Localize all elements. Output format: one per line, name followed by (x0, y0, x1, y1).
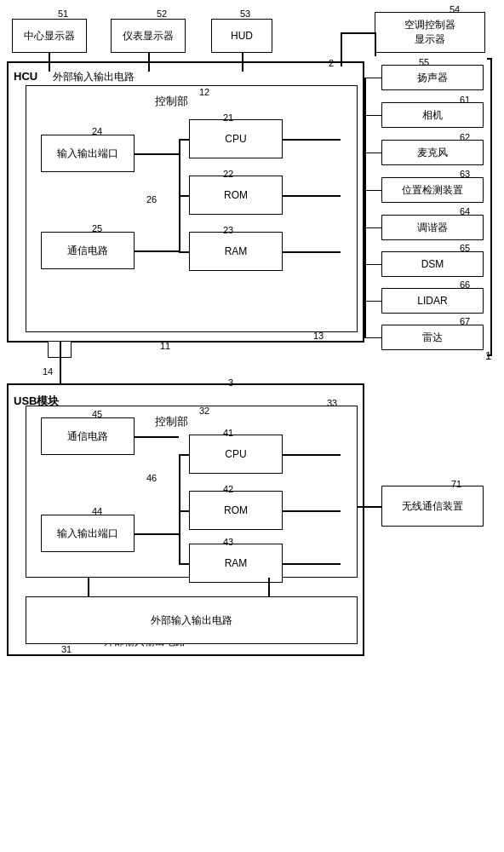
label-65: 65 (460, 243, 470, 253)
label-24: 24 (92, 126, 102, 136)
label-63: 63 (460, 169, 470, 179)
label-3: 3 (228, 377, 233, 388)
hcu-comm: 通信电路 (41, 232, 135, 269)
label-22: 22 (223, 169, 233, 179)
speaker: 扬声器 (381, 65, 484, 90)
label-12: 12 (199, 87, 209, 97)
label-71: 71 (451, 479, 461, 489)
lidar: LIDAR (381, 288, 484, 314)
label-44: 44 (92, 506, 102, 516)
label-31: 31 (61, 644, 72, 654)
usb-cpu: CPU (189, 435, 283, 474)
label-61: 61 (460, 95, 470, 105)
microphone: 麦克风 (381, 140, 484, 165)
tuner: 调谐器 (381, 215, 484, 240)
label-64: 64 (460, 206, 470, 216)
label-43: 43 (223, 537, 233, 547)
wireless-device: 无线通信装置 (381, 486, 484, 527)
label-25: 25 (92, 223, 102, 233)
label-54: 54 (450, 4, 460, 14)
hcu-ram: RAM (189, 232, 283, 271)
label-2: 2 (329, 58, 334, 68)
label-41: 41 (223, 428, 233, 438)
usb-rom: ROM (189, 491, 283, 530)
hcu-rom: ROM (189, 176, 283, 215)
dsm: DSM (381, 251, 484, 277)
hcu-control-label: 控制部 (153, 94, 190, 109)
label-14: 14 (43, 366, 53, 377)
label-21: 21 (223, 112, 233, 123)
ac-display: 空调控制器 显示器 (375, 12, 485, 53)
hcu-ext-io-label: 外部输入输出电路 (51, 70, 136, 84)
hcu-cpu: CPU (189, 119, 283, 158)
label-13: 13 (313, 331, 324, 341)
label-45: 45 (92, 409, 102, 419)
center-display: 中心显示器 (12, 19, 87, 53)
label-67: 67 (460, 316, 470, 326)
position-detector: 位置检测装置 (381, 177, 484, 203)
label-11: 11 (160, 341, 170, 351)
usb-ext-io-box: 外部输入输出电路 (26, 596, 358, 644)
hcu-io-port: 输入输出端口 (41, 135, 135, 172)
label-51: 51 (58, 9, 68, 19)
label-32: 32 (199, 406, 209, 416)
label-26: 26 (146, 194, 157, 204)
label-42: 42 (223, 484, 233, 494)
usb-control-label: 控制部 (153, 414, 190, 429)
usb-comm: 通信电路 (41, 417, 135, 455)
label-66: 66 (460, 279, 470, 290)
camera: 相机 (381, 102, 484, 128)
label-52: 52 (157, 9, 167, 19)
label-33: 33 (327, 398, 337, 408)
label-46: 46 (146, 473, 157, 483)
label-53: 53 (240, 9, 250, 19)
usb-io-port: 输入输出端口 (41, 515, 135, 552)
hcu-label: HCU (12, 70, 39, 83)
instrument-display: 仪表显示器 (111, 19, 186, 53)
hud-display: HUD (211, 19, 272, 53)
radar: 雷达 (381, 325, 484, 350)
diagram: 中心显示器 51 仪表显示器 52 HUD 53 空调控制器 显示器 54 HC… (0, 0, 504, 852)
label-62: 62 (460, 132, 470, 142)
label-23: 23 (223, 225, 233, 235)
label-55: 55 (419, 57, 429, 67)
